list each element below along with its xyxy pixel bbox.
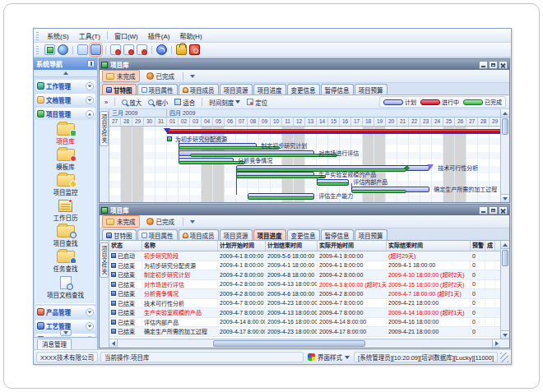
filter-未完成[interactable]: 未完成 — [102, 70, 140, 82]
column-header-计划开始时间[interactable]: 计划开始时间 — [218, 241, 266, 251]
actual-bar[interactable] — [248, 196, 314, 200]
sidebar-item-项目查找[interactable]: 项目查找 — [36, 224, 95, 249]
table-row[interactable]: 已结束评估内部产品2009-4-14 8:00:002009-4-16 18:0… — [109, 318, 509, 328]
lock-icon[interactable] — [176, 44, 187, 55]
actual-bar[interactable] — [190, 154, 337, 157]
restore-button[interactable] — [489, 61, 498, 69]
sidebar-overflow-button[interactable] — [60, 330, 72, 336]
message-management-tab[interactable]: 消息管理 — [34, 337, 97, 349]
project-folder-side-tab[interactable]: 项目文件夹 — [100, 109, 109, 202]
report-icon[interactable] — [137, 44, 147, 55]
actual-bar[interactable] — [179, 161, 245, 164]
zoom-in-button[interactable]: 放大 — [120, 97, 143, 108]
toolbar-grip[interactable] — [36, 45, 39, 54]
menu-item[interactable]: 工具(T) — [74, 30, 105, 41]
scroll-left-arrow[interactable] — [109, 339, 118, 348]
tab-项目进度[interactable]: 项目进度 — [253, 229, 286, 240]
filter-已完成[interactable]: 已完成 — [142, 70, 179, 82]
menu-item[interactable]: 插件(A) — [143, 30, 175, 41]
filter-未完成[interactable]: 未完成 — [102, 215, 140, 228]
actual-bar[interactable] — [351, 190, 406, 193]
minimize-button[interactable] — [479, 206, 488, 214]
column-header-实际开始时间[interactable]: 实际开始时间 — [318, 241, 387, 251]
filter-已完成[interactable]: 已完成 — [142, 215, 179, 228]
pin-icon[interactable] — [87, 60, 95, 67]
table-horizontal-scrollbar[interactable] — [109, 339, 509, 348]
new-icon[interactable] — [44, 44, 55, 55]
scroll-thumb[interactable] — [213, 340, 365, 347]
tab-项目资源[interactable]: 项目资源 — [220, 229, 253, 240]
column-header-计划结束时间[interactable]: 计划结束时间 — [266, 241, 318, 251]
table-row[interactable]: 已结束生产实验室规模的产品2009-4-7 8:00:002009-4-13 1… — [109, 308, 509, 318]
menu-item[interactable]: 系统(S) — [42, 30, 74, 41]
tab-暂停信息[interactable]: 暂停信息 — [321, 84, 354, 95]
scroll-up-arrow[interactable] — [501, 109, 509, 118]
column-header-名称[interactable]: 名称 — [142, 241, 218, 251]
sidebar-group-文档管理[interactable]: 文档管理 — [35, 94, 95, 106]
scroll-up-arrow[interactable] — [501, 241, 509, 249]
sidebar-item-任务查找[interactable]: 任务查找 — [36, 249, 95, 274]
table-row[interactable]: 已结束确定生产所需的加工过程2009-4-17 8:00:002009-4-23… — [109, 327, 509, 337]
timescale-dropdown[interactable]: 时间刻度 — [207, 97, 242, 108]
sidebar-item-项目文档查找[interactable]: 项目文档查找 — [36, 274, 95, 301]
gantt-chart[interactable]: 三月 2009四月 2009 2728293031010203040506070… — [109, 109, 509, 202]
save-icon[interactable] — [90, 44, 101, 55]
milestone-marker[interactable] — [167, 136, 172, 141]
project-folder-side-tab[interactable]: 项目文件夹 — [100, 241, 109, 348]
menu-item[interactable]: 窗口(W) — [109, 30, 143, 41]
tab-项目进度[interactable]: 项目进度 — [253, 84, 286, 95]
actual-bar[interactable] — [236, 175, 326, 178]
close-button[interactable] — [499, 206, 508, 214]
menu-item[interactable]: 帮助(H) — [174, 30, 207, 41]
chevron-down-icon[interactable] — [86, 322, 94, 330]
summary-bar[interactable] — [167, 129, 500, 134]
chevron-down-icon[interactable] — [86, 308, 94, 316]
power-icon[interactable] — [189, 44, 200, 55]
tab-项目属性[interactable]: 项目属性 — [137, 84, 178, 95]
scroll-thumb[interactable] — [502, 250, 508, 266]
table-row[interactable]: 已结束为初步研究分配资源2009-4-1 8:00:002009-4-1 18:… — [109, 261, 509, 271]
table-window-titlebar[interactable]: 项目库 — [100, 205, 509, 215]
scroll-right-arrow[interactable] — [492, 339, 500, 348]
actual-bar[interactable] — [236, 168, 406, 172]
table-body[interactable]: 已启动初步研究阶段2009-4-1 8:00:002009-5-6 18:00:… — [109, 251, 509, 339]
chevron-down-icon[interactable] — [86, 82, 94, 90]
tab-变更信息[interactable]: 变更信息 — [287, 229, 320, 240]
table-row[interactable]: 已结束对市场进行评估2009-4-2 8:00:002009-4-13 18:0… — [109, 280, 509, 290]
locate-button[interactable]: 定位 — [245, 97, 269, 108]
tab-变更信息[interactable]: 变更信息 — [287, 84, 320, 95]
zoom-out-button[interactable]: 缩小 — [146, 97, 169, 108]
sidebar-item-模板库[interactable]: 模板库 — [36, 147, 95, 173]
resize-grip[interactable] — [500, 353, 508, 362]
tab-项目成员[interactable]: 项目成员 — [179, 229, 219, 240]
tab-甘特图[interactable]: 甘特图 — [102, 84, 137, 95]
table-row[interactable]: 已结束制定初步研究计划2009-4-2 8:00:002009-4-8 18:0… — [109, 270, 509, 280]
table-vertical-scrollbar[interactable] — [500, 241, 509, 339]
help-icon[interactable] — [156, 44, 167, 55]
menubar-grip[interactable] — [36, 31, 39, 40]
column-header-状态[interactable]: 状态 — [109, 241, 142, 251]
tab-项目属性[interactable]: 项目属性 — [137, 229, 178, 240]
sidebar-item-项目库[interactable]: 项目库 — [36, 122, 95, 147]
tab-项目预算[interactable]: 项目预算 — [355, 229, 388, 240]
sidebar-group-工作管理[interactable]: 工作管理 — [35, 80, 95, 92]
sidebar-collapse-button[interactable] — [34, 70, 97, 77]
scroll-thumb[interactable] — [502, 118, 508, 135]
sidebar-item-项目监控[interactable]: 项目监控 — [36, 173, 95, 198]
filter-more-button[interactable] — [190, 75, 195, 78]
toolbar-more-button[interactable]: » — [103, 98, 109, 107]
table-row[interactable]: 已启动初步研究阶段2009-4-1 8:00:002009-5-6 18:00:… — [109, 251, 509, 261]
sidebar-item-工作日历[interactable]: 工作日历 — [36, 198, 95, 224]
restore-button[interactable] — [489, 206, 498, 214]
gantt-vertical-scrollbar[interactable] — [500, 109, 509, 202]
scroll-down-arrow[interactable] — [501, 330, 509, 339]
sidebar-group-项目管理[interactable]: 项目管理 — [35, 108, 95, 120]
tab-暂停信息[interactable]: 暂停信息 — [321, 229, 354, 240]
column-header-预警[interactable]: 预警 — [471, 241, 485, 251]
actual-bar[interactable] — [317, 182, 349, 186]
tab-项目资源[interactable]: 项目资源 — [220, 84, 253, 95]
sidebar-group-产品管理[interactable]: 产品管理 — [35, 306, 95, 318]
globe-icon[interactable] — [58, 44, 68, 55]
fit-button[interactable]: 适合 — [173, 97, 197, 108]
tab-项目成员[interactable]: 项目成员 — [179, 84, 219, 95]
